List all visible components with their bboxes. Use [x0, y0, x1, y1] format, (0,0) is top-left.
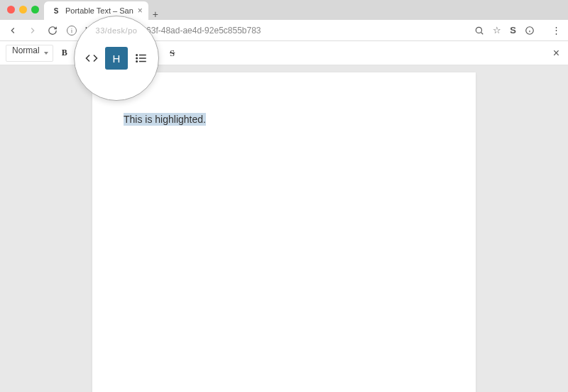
reload-button[interactable] [47, 25, 58, 36]
maximize-window-button[interactable] [31, 6, 39, 13]
svg-point-8 [136, 55, 138, 56]
minimize-window-button[interactable] [19, 6, 27, 13]
search-icon[interactable] [474, 26, 484, 36]
svg-point-10 [136, 61, 138, 62]
browser-tab[interactable]: S Portable Text – San × [44, 1, 148, 20]
svg-point-0 [476, 27, 482, 33]
magnifier-url-fragment: 33/desk/po [96, 26, 138, 35]
block-style-select[interactable]: Normal [6, 45, 53, 62]
browser-actions: ☆ S ⋮ [474, 25, 561, 36]
block-style-label: Normal [12, 45, 40, 55]
svg-line-1 [481, 32, 484, 34]
editor-page[interactable]: This is highlighted. [92, 72, 476, 392]
tab-title: Portable Text – San [65, 6, 133, 15]
svg-point-9 [136, 58, 138, 59]
site-info-icon[interactable]: i [67, 26, 77, 36]
tab-favicon: S [51, 6, 61, 16]
browser-tab-bar: S Portable Text – San × + [0, 0, 568, 20]
window-controls [7, 6, 39, 13]
strikethrough-button[interactable]: S [163, 43, 182, 63]
extension-s-icon[interactable]: S [510, 25, 516, 36]
list-button[interactable] [135, 52, 148, 65]
forward-button[interactable] [27, 25, 38, 36]
editor-content[interactable]: This is highlighted. [124, 112, 444, 127]
extension-info-icon[interactable] [525, 26, 535, 36]
highlighted-text: This is highlighted. [124, 113, 206, 126]
code-button[interactable] [85, 52, 98, 65]
bold-button[interactable]: B [55, 43, 75, 63]
close-window-button[interactable] [7, 6, 15, 13]
close-editor-button[interactable]: × [553, 47, 559, 60]
highlight-button[interactable]: H [105, 47, 128, 70]
back-button[interactable] [7, 25, 18, 36]
editor-canvas: This is highlighted. [0, 65, 568, 392]
tab-close-icon[interactable]: × [138, 6, 143, 16]
toolbar-magnifier-callout: 33/desk/po H [74, 16, 159, 101]
bookmark-star-icon[interactable]: ☆ [493, 25, 501, 36]
new-tab-button[interactable]: + [148, 9, 163, 20]
browser-menu-icon[interactable]: ⋮ [552, 25, 561, 36]
